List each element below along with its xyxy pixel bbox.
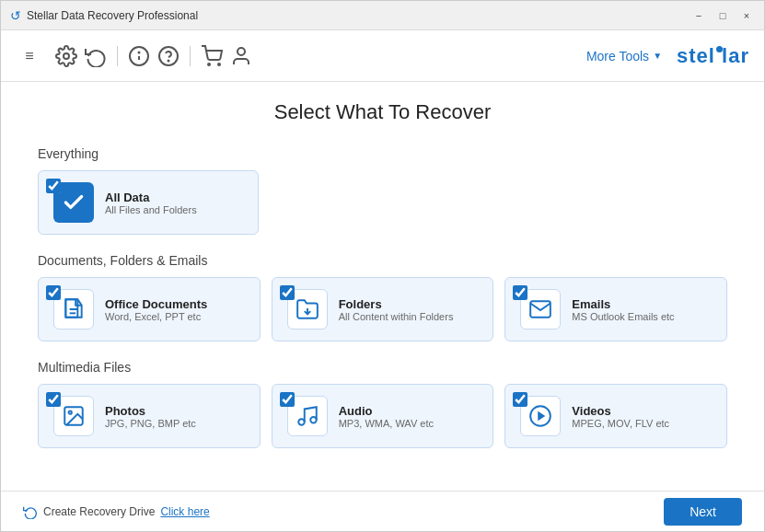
svg-point-14 [298,419,305,425]
history-icon[interactable] [82,42,110,70]
office-docs-title: Office Documents [105,297,207,311]
more-tools-button[interactable]: More Tools ▼ [586,49,662,64]
multimedia-cards-row: Photos JPG, PNG, BMP etc Audio MP3, WMA,… [38,384,727,448]
svg-point-8 [238,48,245,55]
audio-checkbox[interactable] [280,392,295,407]
svg-point-15 [310,417,317,423]
office-docs-checkbox[interactable] [46,285,61,300]
toolbar-left: ≡ [16,42,255,70]
more-tools-label: More Tools [586,49,649,64]
emails-card[interactable]: Emails MS Outlook Emails etc [504,277,727,341]
emails-title: Emails [572,297,674,311]
info-icon[interactable] [125,42,153,70]
recovery-drive-icon [23,504,38,519]
click-here-link[interactable]: Click here [160,505,209,518]
footer: Create Recovery Drive Click here Next [1,491,764,531]
folders-text: Folders All Content within Folders [339,297,454,322]
maximize-button[interactable]: □ [714,7,731,24]
account-icon[interactable] [227,42,255,70]
toolbar-icons [52,42,255,70]
all-data-subtitle: All Files and Folders [105,204,197,215]
svg-point-6 [208,64,210,65]
svg-point-0 [64,53,69,59]
emails-subtitle: MS Outlook Emails etc [572,311,674,322]
office-docs-text: Office Documents Word, Excel, PPT etc [105,297,207,322]
folders-card[interactable]: Folders All Content within Folders [272,277,494,341]
cart-icon[interactable] [198,42,226,70]
videos-title: Videos [572,404,669,418]
title-bar-left: ↺ Stellar Data Recovery Professional [10,8,198,23]
photos-subtitle: JPG, PNG, BMP etc [105,418,196,429]
all-data-title: All Data [105,191,197,204]
photos-card[interactable]: Photos JPG, PNG, BMP etc [38,384,261,448]
svg-point-13 [69,411,72,414]
photos-checkbox[interactable] [46,392,61,407]
office-docs-subtitle: Word, Excel, PPT etc [105,311,207,322]
toolbar-separator-2 [190,46,191,66]
footer-left: Create Recovery Drive Click here [23,504,210,519]
videos-subtitle: MPEG, MOV, FLV etc [572,418,669,429]
title-bar-controls: − □ × [690,7,755,24]
section-multimedia-label: Multimedia Files [38,360,727,375]
audio-card[interactable]: Audio MP3, WMA, WAV etc [272,384,494,448]
audio-subtitle: MP3, WMA, WAV etc [339,418,434,429]
all-data-card[interactable]: All Data All Files and Folders [38,170,259,235]
audio-text: Audio MP3, WMA, WAV etc [339,404,434,429]
videos-text: Videos MPEG, MOV, FLV etc [572,404,669,429]
svg-marker-17 [539,412,545,421]
more-tools-arrow: ▼ [653,51,662,61]
office-docs-card[interactable]: Office Documents Word, Excel, PPT etc [38,277,261,341]
close-button[interactable]: × [738,7,755,24]
title-bar-text: Stellar Data Recovery Professional [27,9,198,22]
help-icon[interactable] [155,42,182,70]
stellar-logo: stel lar [677,44,749,68]
videos-card[interactable]: Videos MPEG, MOV, FLV etc [504,384,727,448]
page-title: Select What To Recover [38,100,727,124]
everything-cards-row: All Data All Files and Folders [38,170,727,235]
hamburger-menu[interactable]: ≡ [16,42,43,70]
section-everything-label: Everything [38,146,727,161]
toolbar-right: More Tools ▼ stel lar [586,44,749,68]
section-documents-label: Documents, Folders & Emails [38,253,727,268]
photos-text: Photos JPG, PNG, BMP etc [105,404,196,429]
app-icon: ↺ [10,8,21,23]
all-data-checkbox[interactable] [46,179,61,193]
all-data-text: All Data All Files and Folders [105,191,197,215]
toolbar-separator-1 [117,46,118,66]
next-button[interactable]: Next [664,498,742,526]
svg-point-7 [218,64,220,65]
photos-title: Photos [105,404,196,418]
minimize-button[interactable]: − [690,7,707,24]
emails-text: Emails MS Outlook Emails etc [572,297,674,322]
emails-checkbox[interactable] [513,285,527,300]
recovery-drive-label: Create Recovery Drive [43,505,155,518]
main-content: Select What To Recover Everything All Da… [1,82,764,491]
settings-icon[interactable] [52,42,80,70]
toolbar: ≡ [1,30,764,82]
folders-checkbox[interactable] [280,285,295,300]
audio-title: Audio [339,404,434,418]
folders-title: Folders [339,297,454,311]
folders-subtitle: All Content within Folders [339,311,454,322]
videos-checkbox[interactable] [513,392,527,407]
documents-cards-row: Office Documents Word, Excel, PPT etc Fo… [38,277,727,341]
title-bar: ↺ Stellar Data Recovery Professional − □… [1,1,764,30]
